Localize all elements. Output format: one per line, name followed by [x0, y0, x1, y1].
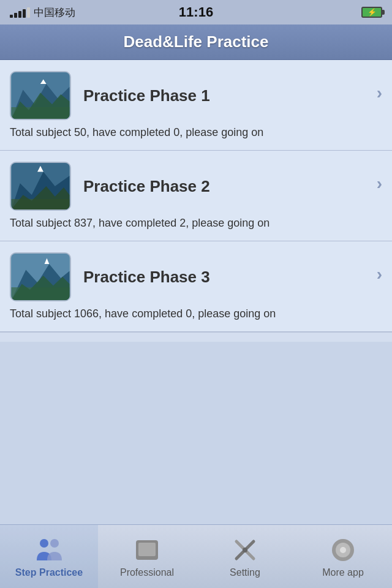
- svg-rect-22: [143, 556, 151, 560]
- phase-3-thumbnail: [10, 252, 71, 301]
- tab-professional-label: Professional: [120, 567, 174, 578]
- phase-1-thumbnail: [10, 71, 71, 120]
- tab-more-app-label: More app: [322, 567, 364, 578]
- status-time: 11:16: [179, 4, 213, 20]
- tab-step-practicee-label: Step Practicee: [15, 567, 83, 578]
- setting-icon: [230, 535, 260, 565]
- tab-bar: Step Practicee Professional Setting: [0, 524, 392, 588]
- tab-professional[interactable]: Professional: [98, 525, 196, 588]
- phase-2-subtitle: Total subject 837, have completed 2, ple…: [0, 217, 392, 241]
- phase-2-title: Practice Phase 2: [83, 177, 382, 196]
- tab-setting-label: Setting: [230, 567, 260, 578]
- step-practicee-icon: [34, 535, 64, 565]
- battery-bolt: ⚡: [368, 8, 377, 17]
- phase-4-partial: [0, 332, 392, 342]
- phase-2-thumbnail: [10, 162, 71, 211]
- carrier-label: 中国移动: [34, 6, 75, 20]
- status-right: ⚡: [361, 7, 382, 18]
- main-content: Practice Phase 1 › Total subject 50, hav…: [0, 60, 392, 524]
- phase-3-chevron: ›: [377, 265, 382, 284]
- phase-3-subtitle: Total subject 1066, have completed 0, pl…: [0, 307, 392, 331]
- phase-2-card[interactable]: Practice Phase 2 › Total subject 837, ha…: [0, 151, 392, 241]
- tab-more-app[interactable]: More app: [294, 525, 392, 588]
- svg-point-28: [340, 547, 346, 553]
- tab-step-practicee[interactable]: Step Practicee: [0, 525, 98, 588]
- svg-point-18: [40, 539, 48, 548]
- phase-1-subtitle: Total subject 50, have completed 0, plea…: [0, 126, 392, 150]
- phase-1-card-top: Practice Phase 1 ›: [0, 60, 392, 126]
- phase-1-card[interactable]: Practice Phase 1 › Total subject 50, hav…: [0, 60, 392, 151]
- professional-icon: [132, 535, 162, 565]
- phase-1-chevron: ›: [377, 83, 382, 103]
- status-bar: 中国移动 11:16 ⚡: [0, 0, 392, 24]
- phase-3-card-top: Practice Phase 3 ›: [0, 241, 392, 307]
- phase-1-title: Practice Phase 1: [83, 86, 382, 105]
- phase-3-card[interactable]: Practice Phase 3 › Total subject 1066, h…: [0, 241, 392, 332]
- svg-rect-21: [138, 543, 156, 556]
- svg-point-19: [50, 539, 59, 548]
- tab-setting[interactable]: Setting: [196, 525, 294, 588]
- signal-icon: [10, 7, 30, 18]
- more-app-icon: [328, 535, 358, 565]
- app-header: Dead&Life Practice: [0, 24, 392, 60]
- status-left: 中国移动: [10, 6, 75, 20]
- phase-2-chevron: ›: [377, 174, 382, 194]
- page-title: Dead&Life Practice: [124, 32, 269, 51]
- svg-point-25: [243, 548, 247, 552]
- phase-3-title: Practice Phase 3: [83, 268, 382, 287]
- battery-icon: ⚡: [361, 7, 382, 18]
- phase-2-card-top: Practice Phase 2 ›: [0, 151, 392, 217]
